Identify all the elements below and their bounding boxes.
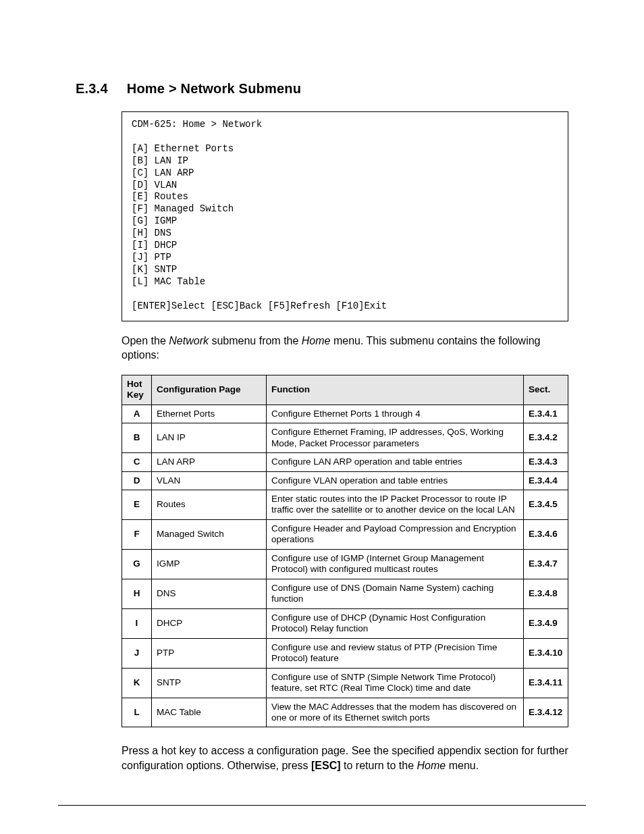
- cell-sect: E.3.4.6: [524, 519, 568, 549]
- cell-function: Configure LAN ARP operation and table en…: [267, 453, 524, 471]
- cell-function: Configure Ethernet Framing, IP addresses…: [267, 423, 524, 453]
- th-config-page: Configuration Page: [152, 375, 267, 405]
- cell-config-page: DHCP: [152, 608, 267, 638]
- cell-config-page: MAC Table: [152, 698, 267, 727]
- terminal-title: CDM-625: Home > Network: [132, 119, 262, 130]
- cell-config-page: Ethernet Ports: [152, 405, 267, 423]
- terminal-footer: [ENTER]Select [ESC]Back [F5]Refresh [F10…: [132, 301, 387, 311]
- cell-function: Configure use of IGMP (Internet Group Ma…: [267, 549, 524, 579]
- cell-config-page: LAN IP: [152, 423, 267, 453]
- cell-hot-key: I: [122, 608, 152, 638]
- cell-function: Configure use of DHCP (Dynamic Host Conf…: [267, 608, 524, 638]
- cell-sect: E.3.4.12: [524, 698, 568, 727]
- section-title: Home > Network Submenu: [127, 81, 301, 96]
- cell-sect: E.3.4.2: [524, 423, 568, 453]
- table-row: KSNTPConfigure use of SNTP (Simple Netwo…: [122, 668, 568, 698]
- table-row: AEthernet PortsConfigure Ethernet Ports …: [122, 405, 568, 423]
- cell-function: Configure Ethernet Ports 1 through 4: [267, 405, 524, 423]
- cell-sect: E.3.4.4: [524, 471, 568, 490]
- table-row: JPTPConfigure use and review status of P…: [122, 638, 568, 668]
- cell-sect: E.3.4.9: [524, 608, 568, 638]
- cell-sect: E.3.4.7: [524, 549, 568, 579]
- cell-function: Enter static routes into the IP Packet P…: [267, 490, 524, 519]
- cell-config-page: SNTP: [152, 668, 267, 698]
- page-container: E.3.4 Home > Network Submenu CDM-625: Ho…: [0, 0, 644, 834]
- cell-hot-key: D: [122, 471, 152, 490]
- table-row: ERoutesEnter static routes into the IP P…: [122, 490, 568, 519]
- table-body: AEthernet PortsConfigure Ethernet Ports …: [122, 405, 568, 727]
- cell-sect: E.3.4.8: [524, 579, 568, 608]
- cell-sect: E.3.4.10: [524, 638, 568, 668]
- cell-hot-key: F: [122, 519, 152, 549]
- cell-function: Configure use of DNS (Domain Name System…: [267, 579, 524, 608]
- cell-function: Configure use and review status of PTP (…: [267, 638, 524, 668]
- cell-config-page: IGMP: [152, 549, 267, 579]
- section-heading: E.3.4 Home > Network Submenu: [76, 81, 568, 97]
- table-row: GIGMPConfigure use of IGMP (Internet Gro…: [122, 549, 568, 579]
- cell-function: Configure Header and Payload Compression…: [267, 519, 524, 549]
- cell-config-page: LAN ARP: [152, 453, 267, 471]
- cell-function: Configure use of SNTP (Simple Network Ti…: [267, 668, 524, 698]
- table-row: BLAN IPConfigure Ethernet Framing, IP ad…: [122, 423, 568, 453]
- intro-paragraph: Open the Network submenu from the Home m…: [122, 334, 568, 363]
- th-hot-key: Hot Key: [122, 375, 152, 405]
- cell-hot-key: G: [122, 549, 152, 579]
- cell-sect: E.3.4.1: [524, 405, 568, 423]
- terminal-items: [A] Ethernet Ports [B] LAN IP [C] LAN AR…: [132, 143, 234, 287]
- cell-hot-key: B: [122, 423, 152, 453]
- section-number: E.3.4: [76, 81, 123, 97]
- cell-hot-key: L: [122, 698, 152, 727]
- th-function: Function: [267, 375, 524, 405]
- footer-rule: [58, 805, 586, 806]
- cell-sect: E.3.4.11: [524, 668, 568, 698]
- cell-hot-key: H: [122, 579, 152, 608]
- options-table: Hot Key Configuration Page Function Sect…: [122, 375, 568, 728]
- cell-config-page: Routes: [152, 490, 267, 519]
- cell-config-page: DNS: [152, 579, 267, 608]
- table-row: DVLANConfigure VLAN operation and table …: [122, 471, 568, 490]
- cell-config-page: VLAN: [152, 471, 267, 490]
- table-header: Hot Key Configuration Page Function Sect…: [122, 375, 568, 405]
- th-sect: Sect.: [524, 375, 568, 405]
- cell-hot-key: E: [122, 490, 152, 519]
- table-row: LMAC TableView the MAC Addresses that th…: [122, 698, 568, 727]
- cell-sect: E.3.4.5: [524, 490, 568, 519]
- cell-config-page: PTP: [152, 638, 267, 668]
- table-row: HDNSConfigure use of DNS (Domain Name Sy…: [122, 579, 568, 608]
- cell-function: View the MAC Addresses that the modem ha…: [267, 698, 524, 727]
- cell-hot-key: J: [122, 638, 152, 668]
- cell-config-page: Managed Switch: [152, 519, 267, 549]
- cell-hot-key: K: [122, 668, 152, 698]
- cell-hot-key: C: [122, 453, 152, 471]
- cell-function: Configure VLAN operation and table entri…: [267, 471, 524, 490]
- outro-paragraph: Press a hot key to access a configuratio…: [122, 744, 568, 773]
- cell-hot-key: A: [122, 405, 152, 423]
- cell-sect: E.3.4.3: [524, 453, 568, 471]
- table-row: FManaged SwitchConfigure Header and Payl…: [122, 519, 568, 549]
- table-row: IDHCPConfigure use of DHCP (Dynamic Host…: [122, 608, 568, 638]
- terminal-block: CDM-625: Home > Network [A] Ethernet Por…: [122, 111, 568, 321]
- table-row: CLAN ARPConfigure LAN ARP operation and …: [122, 453, 568, 471]
